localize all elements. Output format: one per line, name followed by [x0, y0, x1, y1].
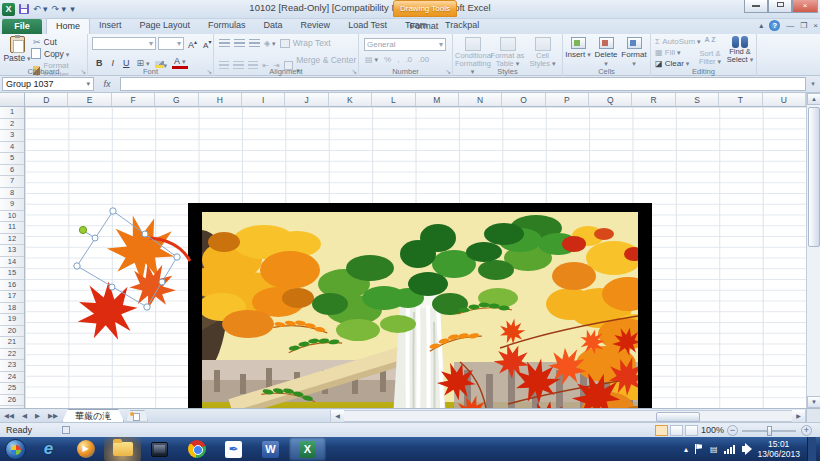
- format-cells-button[interactable]: Format: [620, 36, 648, 68]
- fill-button[interactable]: ▦ Fill: [655, 48, 701, 57]
- row-header-24[interactable]: 24: [0, 372, 24, 384]
- column-header-S[interactable]: S: [676, 93, 719, 106]
- tab-insert[interactable]: Insert: [90, 18, 131, 34]
- font-name-combobox[interactable]: ▾: [92, 37, 156, 50]
- accounting-format-icon[interactable]: ▤: [365, 55, 378, 64]
- column-header-Q[interactable]: Q: [589, 93, 632, 106]
- number-dialog-launcher-icon[interactable]: ↘: [445, 68, 451, 76]
- scroll-down-icon[interactable]: ▼: [807, 396, 820, 408]
- horizontal-scrollbar[interactable]: ◀ ▶: [330, 410, 806, 422]
- tab-home[interactable]: Home: [46, 18, 90, 34]
- normal-view-icon[interactable]: [655, 425, 668, 436]
- row-header-23[interactable]: 23: [0, 360, 24, 372]
- column-header-G[interactable]: G: [155, 93, 198, 106]
- scroll-left-icon[interactable]: ◀: [331, 410, 344, 422]
- start-button[interactable]: [0, 437, 30, 461]
- tab-page-layout[interactable]: Page Layout: [131, 18, 200, 34]
- row-header-11[interactable]: 11: [0, 222, 24, 234]
- row-header-3[interactable]: 3: [0, 130, 24, 142]
- hidden-icons-arrow-icon[interactable]: ▴: [684, 445, 688, 454]
- column-header-O[interactable]: O: [502, 93, 545, 106]
- taskbar-media-player[interactable]: ▶: [67, 437, 104, 461]
- column-header-H[interactable]: H: [199, 93, 242, 106]
- row-header-5[interactable]: 5: [0, 153, 24, 165]
- tray-app-icon[interactable]: ▤: [710, 445, 718, 454]
- row-header-13[interactable]: 13: [0, 245, 24, 257]
- tab-load-test[interactable]: Load Test: [339, 18, 396, 34]
- tab-data[interactable]: Data: [255, 18, 292, 34]
- row-header-10[interactable]: 10: [0, 211, 24, 223]
- first-sheet-icon[interactable]: ◀◀: [0, 412, 18, 420]
- tab-review[interactable]: Review: [292, 18, 340, 34]
- show-desktop-button[interactable]: [807, 437, 816, 461]
- taskbar-internet-explorer[interactable]: e: [30, 437, 67, 461]
- column-header-E[interactable]: E: [68, 93, 111, 106]
- formula-input[interactable]: [120, 77, 806, 91]
- row-header-8[interactable]: 8: [0, 188, 24, 200]
- row-header-2[interactable]: 2: [0, 119, 24, 131]
- action-center-flag-icon[interactable]: [695, 444, 703, 454]
- tab-formulas[interactable]: Formulas: [199, 18, 255, 34]
- decrease-decimal-icon[interactable]: .00: [418, 55, 429, 64]
- row-header-17[interactable]: 17: [0, 291, 24, 303]
- column-header-L[interactable]: L: [372, 93, 415, 106]
- taskbar-windows-explorer[interactable]: [104, 437, 141, 461]
- column-header-J[interactable]: J: [285, 93, 328, 106]
- workbook-close-icon[interactable]: ×: [813, 21, 818, 30]
- column-header-I[interactable]: I: [242, 93, 285, 106]
- network-signal-icon[interactable]: [724, 445, 735, 454]
- clipboard-dialog-launcher-icon[interactable]: ↘: [80, 68, 86, 76]
- taskbar-word[interactable]: W: [252, 437, 289, 461]
- insert-worksheet-icon[interactable]: [126, 410, 148, 422]
- column-header-D[interactable]: D: [25, 93, 68, 106]
- delete-cells-button[interactable]: Delete: [592, 36, 620, 68]
- row-header-21[interactable]: 21: [0, 337, 24, 349]
- column-header-P[interactable]: P: [546, 93, 589, 106]
- row-header-20[interactable]: 20: [0, 326, 24, 338]
- tab-format-contextual[interactable]: Format: [398, 19, 450, 34]
- column-header-K[interactable]: K: [329, 93, 372, 106]
- align-middle-icon[interactable]: [234, 39, 245, 48]
- row-header-22[interactable]: 22: [0, 349, 24, 361]
- formula-bar-expand-icon[interactable]: ▾: [806, 80, 820, 88]
- select-all-corner[interactable]: [0, 93, 25, 107]
- vertical-scroll-thumb[interactable]: [808, 107, 820, 247]
- sheet-tab-kegon-falls[interactable]: 華厳の滝: [62, 409, 124, 422]
- next-sheet-icon[interactable]: ▶: [31, 412, 44, 420]
- column-header-U[interactable]: U: [763, 93, 806, 106]
- sort-filter-button[interactable]: A Z Sort & Filter: [695, 36, 725, 66]
- row-header-7[interactable]: 7: [0, 176, 24, 188]
- name-box[interactable]: Group 1037▾: [2, 77, 94, 91]
- row-header-4[interactable]: 4: [0, 142, 24, 154]
- align-bottom-icon[interactable]: [249, 39, 260, 48]
- window-close-button[interactable]: ×: [792, 0, 818, 13]
- number-format-combobox[interactable]: General▾: [364, 38, 446, 51]
- column-header-N[interactable]: N: [459, 93, 502, 106]
- autosum-button[interactable]: Σ AutoSum: [655, 37, 701, 46]
- cut-button[interactable]: ✂Cut: [33, 37, 87, 47]
- increase-decimal-icon[interactable]: .0: [405, 55, 412, 64]
- page-layout-view-icon[interactable]: [670, 425, 683, 436]
- row-header-25[interactable]: 25: [0, 383, 24, 395]
- column-header-R[interactable]: R: [632, 93, 675, 106]
- row-header-18[interactable]: 18: [0, 303, 24, 315]
- column-header-M[interactable]: M: [416, 93, 459, 106]
- row-header-16[interactable]: 16: [0, 280, 24, 292]
- name-box-dropdown-icon[interactable]: ▾: [86, 80, 90, 88]
- taskbar-editor-app[interactable]: ✒: [215, 437, 252, 461]
- help-icon[interactable]: ?: [769, 20, 780, 31]
- window-restore-button[interactable]: [768, 0, 792, 13]
- copy-button[interactable]: Copy: [33, 49, 87, 59]
- zoom-slider-thumb[interactable]: [767, 426, 772, 436]
- row-header-12[interactable]: 12: [0, 234, 24, 246]
- previous-sheet-icon[interactable]: ◀: [18, 412, 31, 420]
- vertical-scrollbar[interactable]: ▲ ▼: [806, 93, 820, 408]
- workbook-minimize-icon[interactable]: —: [786, 21, 794, 30]
- zoom-level[interactable]: 100%: [701, 425, 724, 435]
- row-header-9[interactable]: 9: [0, 199, 24, 211]
- row-header-26[interactable]: 26: [0, 395, 24, 407]
- row-header-6[interactable]: 6: [0, 165, 24, 177]
- row-header-14[interactable]: 14: [0, 257, 24, 269]
- page-break-view-icon[interactable]: [685, 425, 698, 436]
- shrink-font-button[interactable]: A▾: [201, 38, 213, 50]
